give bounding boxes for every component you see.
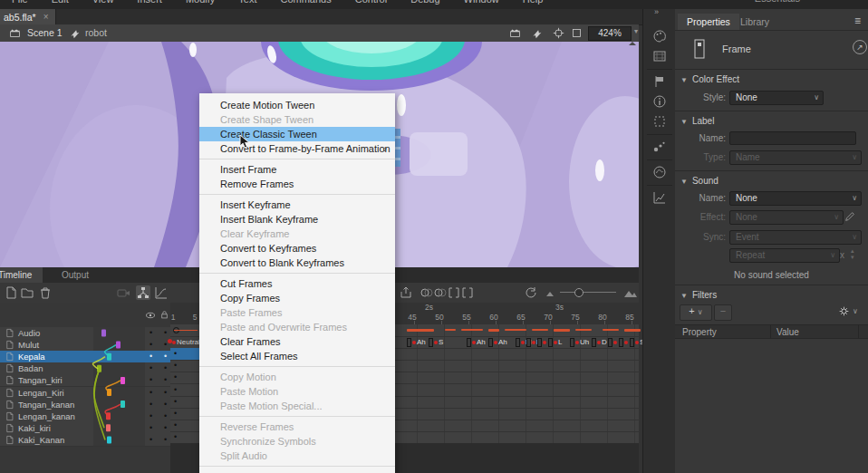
camera-icon[interactable] <box>116 285 130 300</box>
sound-name-select[interactable]: None∨ <box>729 191 862 206</box>
breadcrumb-symbol[interactable]: robot <box>85 27 107 38</box>
visibility-column-eye-icon[interactable] <box>145 310 156 321</box>
lock-dot[interactable]: • <box>164 374 167 386</box>
quick-share-icon[interactable]: ↗ <box>853 40 867 54</box>
delete-layer-icon[interactable] <box>38 285 53 300</box>
timeline-zoom-slider-track[interactable] <box>560 292 616 293</box>
menubar-item-commands[interactable]: Commands <box>268 0 342 6</box>
visibility-dot[interactable]: • <box>149 339 152 351</box>
info-panel-icon[interactable] <box>652 94 667 109</box>
lock-dot[interactable]: • <box>164 362 167 374</box>
menubar-item-control[interactable]: Control <box>343 0 399 6</box>
layer-row-tangan_kanan[interactable]: Tangan_kanan•• <box>0 399 170 411</box>
breadcrumb-scene[interactable]: Scene 1 <box>27 27 63 38</box>
cc-libraries-panel-icon[interactable] <box>652 165 667 179</box>
layer-row-audio[interactable]: Audio•• <box>0 327 170 340</box>
center-frame-icon[interactable] <box>553 27 564 39</box>
loop-icon[interactable] <box>524 285 538 300</box>
history-panel-icon[interactable] <box>652 190 667 205</box>
onion-range-icon[interactable] <box>460 285 475 300</box>
parenting-view-icon[interactable] <box>136 285 150 300</box>
visibility-dot[interactable]: • <box>149 327 152 339</box>
menu-item-insert-blank-keyframe[interactable]: Insert Blank Keyframe <box>199 212 395 227</box>
edit-scene-icon[interactable] <box>509 27 521 39</box>
menubar-item-file[interactable]: File <box>0 0 40 6</box>
layer-row-lengan_kanan[interactable]: Lengan_kanan•• <box>0 410 170 423</box>
lock-dot[interactable]: • <box>164 410 167 422</box>
panel-menu-icon[interactable]: ≡ <box>854 14 861 27</box>
layer-row-kepala[interactable]: Kepala•• <box>0 351 170 363</box>
visibility-dot[interactable]: • <box>149 410 152 422</box>
lock-dot[interactable]: • <box>164 351 167 362</box>
menu-item-convert-to-blank-keyframes[interactable]: Convert to Blank Keyframes <box>199 256 395 270</box>
remove-filter-button[interactable]: − <box>714 304 732 321</box>
layer-row-kaki_kiri[interactable]: Kaki_kiri•• <box>0 422 170 435</box>
zoom-out-timeline-icon[interactable] <box>544 285 558 300</box>
style-select[interactable]: None∨ <box>729 91 824 105</box>
document-tab[interactable]: ab5.fla* × <box>0 9 56 24</box>
menubar-item-help[interactable]: Help <box>511 0 555 6</box>
lock-dot[interactable]: • <box>164 399 167 410</box>
menubar-item-debug[interactable]: Debug <box>399 0 451 6</box>
visibility-dot[interactable]: • <box>149 434 152 446</box>
menu-item-insert-frame[interactable]: Insert Frame <box>199 162 395 177</box>
lock-dot[interactable]: • <box>164 387 167 399</box>
add-filter-button[interactable]: + ∨ <box>680 304 712 321</box>
edit-sound-envelope-pencil-icon[interactable] <box>844 210 856 223</box>
onion-outline-icon[interactable] <box>433 285 448 300</box>
lock-dot[interactable]: • <box>164 422 167 434</box>
collapse-panels-icon[interactable]: » <box>654 7 659 16</box>
color-panel-icon[interactable] <box>652 29 667 43</box>
menu-item-copy-frames[interactable]: Copy Frames <box>199 291 395 305</box>
graph-editor-icon[interactable] <box>154 285 169 300</box>
menubar-item-edit[interactable]: Edit <box>40 0 81 6</box>
menubar-item-window[interactable]: Window <box>452 0 511 6</box>
edit-multiple-frames-icon[interactable] <box>447 285 461 300</box>
publish-frame-icon[interactable] <box>399 285 413 300</box>
visibility-dot[interactable]: • <box>149 374 152 386</box>
tab-library[interactable]: Library <box>731 14 778 30</box>
lock-dot[interactable]: • <box>164 434 167 446</box>
edit-symbols-icon[interactable] <box>531 27 543 39</box>
visibility-dot[interactable]: • <box>149 351 152 362</box>
menu-item-convert-to-keyframes[interactable]: Convert to Keyframes <box>199 241 395 256</box>
layer-row-kaki_kanan[interactable]: Kaki_Kanan•• <box>0 434 170 447</box>
close-tab-icon[interactable]: × <box>43 12 49 22</box>
menubar-item-text[interactable]: Text <box>227 0 268 6</box>
timeline-zoom-slider-knob[interactable] <box>574 288 583 297</box>
zoom-level-input[interactable]: 424% <box>588 26 632 41</box>
layer-row-lengan_kiri[interactable]: Lengan_Kiri•• <box>0 387 170 400</box>
menu-item-cut-frames[interactable]: Cut Frames <box>199 276 395 291</box>
repeat-count-stepper[interactable]: ▴▾ <box>851 247 854 260</box>
layer-row-badan[interactable]: Badan•• <box>0 362 170 375</box>
tab-timeline[interactable]: Timeline <box>0 267 43 283</box>
lock-dot[interactable]: • <box>164 327 167 339</box>
tab-output[interactable]: Output <box>51 267 100 283</box>
layer-row-tangan_kiri[interactable]: Tangan_kiri•• <box>0 374 170 387</box>
filter-options-button[interactable]: ∨ <box>834 304 862 319</box>
menu-item-create-classic-tween[interactable]: Create Classic Tween <box>199 127 395 141</box>
align-panel-icon[interactable] <box>652 74 667 89</box>
new-layer-icon[interactable] <box>4 285 18 300</box>
section-sound[interactable]: ▼Sound <box>680 176 719 186</box>
section-filters[interactable]: ▼Filters <box>680 290 717 300</box>
menu-item-remove-frames[interactable]: Remove Frames <box>199 177 395 191</box>
visibility-dot[interactable]: • <box>149 399 152 410</box>
onion-skin-icon[interactable] <box>420 285 434 300</box>
menubar-item-modify[interactable]: Modify <box>174 0 227 6</box>
brush-library-panel-icon[interactable] <box>652 140 667 154</box>
swatches-panel-icon[interactable] <box>652 49 667 63</box>
menu-item-select-all-frames[interactable]: Select All Frames <box>199 349 395 363</box>
menu-item-insert-keyframe[interactable]: Insert Keyframe <box>199 198 395 212</box>
workspace-switcher[interactable]: Essentials <box>755 0 800 4</box>
lock-dot[interactable]: • <box>164 339 167 351</box>
menu-item-convert-to-frame-by-frame-animation[interactable]: Convert to Frame-by-Frame Animation› <box>199 141 395 156</box>
section-color-effect[interactable]: ▼Color Effect <box>680 74 739 84</box>
section-label[interactable]: ▼Label <box>680 116 714 126</box>
transform-panel-icon[interactable] <box>652 114 667 129</box>
menubar-item-view[interactable]: View <box>81 0 126 6</box>
tab-properties[interactable]: Properties <box>678 14 739 30</box>
visibility-dot[interactable]: • <box>149 362 152 374</box>
zoom-in-timeline-icon[interactable] <box>623 285 638 300</box>
clip-content-icon[interactable] <box>571 27 583 39</box>
